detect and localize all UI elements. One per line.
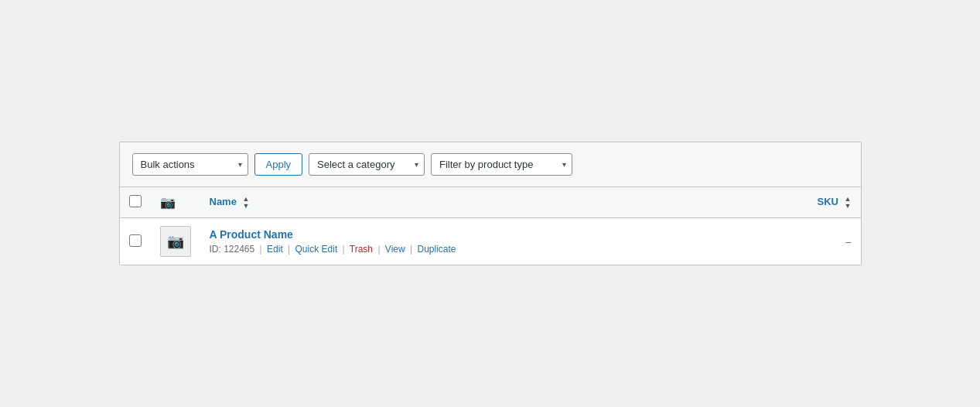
sku-column-header[interactable]: SKU ▲ ▼ [751,187,860,218]
toolbar: Bulk actions Edit Move to Trash ▾ Apply … [120,142,861,187]
select-all-checkbox[interactable] [129,195,142,207]
view-action-link[interactable]: View [385,244,405,255]
products-admin-panel: Bulk actions Edit Move to Trash ▾ Apply … [119,142,862,265]
sku-header-label: SKU [818,196,838,207]
product-thumbnail-placeholder: 📷 [160,226,191,257]
bulk-actions-select[interactable]: Bulk actions Edit Move to Trash [132,153,248,176]
product-sku-value: – [845,236,851,248]
row-name-cell: A Product Name ID: 122465 | Edit | Quick… [200,218,752,265]
category-filter-wrapper: Select a category ▾ [309,153,425,176]
edit-action-link[interactable]: Edit [267,244,283,255]
sku-sort-icon[interactable]: ▲ ▼ [845,196,852,210]
separator-4: | [377,244,380,255]
table-row: 📷 A Product Name ID: 122465 | Edit | Qui… [120,218,861,265]
placeholder-image-icon: 📷 [167,233,184,250]
apply-button[interactable]: Apply [254,153,303,176]
products-table: 📷 Name ▲ ▼ SKU ▲ ▼ [120,187,861,265]
product-id-label: ID: 122465 [210,244,255,255]
row-checkbox-cell [120,218,151,265]
row-thumbnail-cell: 📷 [151,218,200,265]
thumbnail-header: 📷 [151,187,200,218]
bulk-actions-wrapper: Bulk actions Edit Move to Trash ▾ [132,153,248,176]
category-select[interactable]: Select a category [309,153,425,176]
name-column-header[interactable]: Name ▲ ▼ [200,187,752,218]
product-type-select[interactable]: Filter by product type Simple product Va… [431,153,572,176]
row-sku-cell: – [751,218,860,265]
name-sort-icon[interactable]: ▲ ▼ [243,196,250,210]
name-header-label: Name [210,196,237,207]
product-name-link[interactable]: A Product Name [210,228,743,241]
trash-action-link[interactable]: Trash [350,244,373,255]
row-checkbox[interactable] [129,234,142,247]
quick-edit-action-link[interactable]: Quick Edit [295,244,338,255]
separator-2: | [288,244,290,255]
separator-3: | [343,244,345,255]
thumbnail-header-icon: 📷 [160,196,176,209]
separator-1: | [260,244,262,255]
separator-5: | [410,244,412,255]
table-header-row: 📷 Name ▲ ▼ SKU ▲ ▼ [120,187,861,218]
row-actions: ID: 122465 | Edit | Quick Edit | Trash |… [210,244,743,255]
duplicate-action-link[interactable]: Duplicate [417,244,456,255]
select-all-header [120,187,151,218]
product-type-filter-wrapper: Filter by product type Simple product Va… [431,153,572,176]
